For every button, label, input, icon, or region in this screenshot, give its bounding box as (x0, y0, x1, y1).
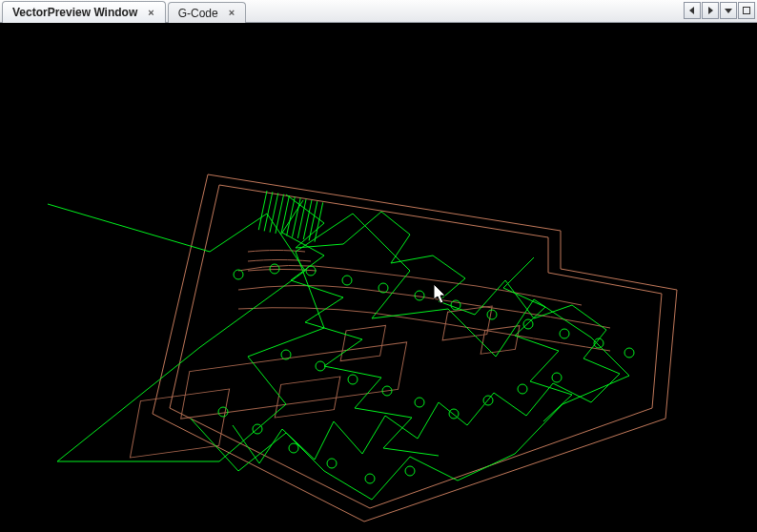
svg-point-40 (449, 409, 459, 419)
tab-bar: VectorPreview Window × G-Code × (0, 0, 757, 23)
render-canvas (0, 23, 757, 532)
svg-point-24 (270, 264, 279, 274)
svg-point-23 (234, 270, 243, 279)
svg-point-48 (365, 474, 375, 483)
scroll-left-button[interactable] (684, 2, 701, 19)
tab-vectorpreview[interactable]: VectorPreview Window × (2, 1, 166, 23)
svg-point-47 (327, 459, 337, 468)
scroll-right-button[interactable] (702, 2, 719, 19)
svg-point-49 (405, 466, 415, 476)
close-icon[interactable]: × (145, 7, 156, 19)
svg-marker-0 (689, 7, 694, 14)
vector-preview-viewport[interactable] (0, 23, 757, 532)
svg-rect-8 (275, 377, 340, 418)
svg-marker-1 (708, 7, 713, 14)
svg-point-44 (218, 407, 228, 417)
svg-rect-7 (130, 389, 229, 458)
svg-point-32 (560, 329, 569, 338)
svg-point-46 (289, 443, 298, 453)
svg-point-42 (518, 384, 527, 394)
svg-rect-11 (340, 325, 385, 360)
svg-marker-2 (725, 9, 732, 13)
svg-point-31 (523, 319, 533, 329)
svg-point-26 (342, 276, 352, 285)
svg-point-37 (348, 375, 358, 384)
svg-point-34 (624, 348, 634, 358)
tab-gcode[interactable]: G-Code × (168, 2, 246, 23)
svg-rect-3 (744, 8, 750, 14)
close-icon[interactable]: × (226, 7, 237, 19)
svg-point-39 (415, 398, 424, 407)
svg-point-43 (552, 373, 562, 382)
svg-rect-6 (181, 342, 407, 419)
tab-scroll-controls (683, 2, 755, 19)
tab-label: VectorPreview Window (12, 6, 137, 19)
svg-point-30 (487, 310, 497, 319)
dropdown-button[interactable] (720, 2, 737, 19)
maximize-button[interactable] (738, 2, 755, 19)
tab-label: G-Code (178, 7, 218, 20)
